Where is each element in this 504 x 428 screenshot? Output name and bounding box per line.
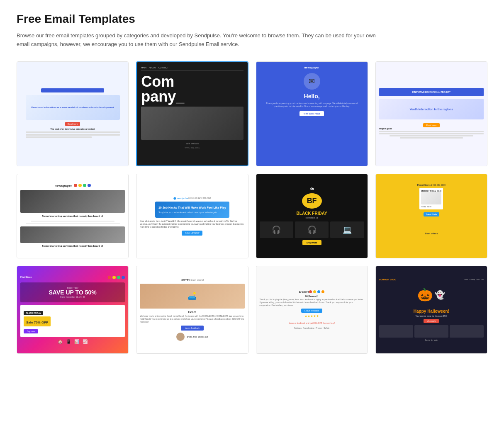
st-greeting: Hi [fname]! [305,295,318,297]
web-button: SIGN UP NOW [182,231,202,236]
sub-text: Thank you for expressing your trust in u… [261,102,363,108]
template-label-halloween: Halloween Sale [376,353,487,354]
template-label-blackpopart: Black Friday Popart Store [376,258,487,258]
mkt-subtitle: build products [186,142,199,145]
template-label-educational: Educational Project [17,166,128,166]
st-stars: ★★★★★ [304,314,319,318]
template-card-blackstore[interactable]: 🛍 BF BLACK FRIDAY November 23 🎧 🎧 💻 Shop… [256,174,368,258]
template-label-innovative: Innovative Education [376,166,487,166]
template-preview-halloween: COMPANY LOGO Home Catalog Sale Info 🎃 👻 … [376,266,487,353]
wk-headline2: 5 cool marketing services that nobody ha… [42,245,103,247]
template-preview-blackpopart: Popart Store +1 800-567-0000 Black Frida… [376,174,487,258]
bs-products: 🎧 🎧 💻 [260,221,364,238]
mkt-image [141,107,243,140]
ht-button: Leave feedback [181,326,204,331]
sub-logo: newspaper [304,66,319,69]
wk-nav: newspaper [55,184,91,187]
bs-button: Shop More [302,240,321,245]
bp-best: Best offers [425,232,438,235]
template-preview-subscription: newspaper ✉ Hello, Thank you for express… [256,62,368,166]
mkt-title: Company_ [141,74,243,104]
template-card-blackpopart[interactable]: Popart Store +1 800-567-0000 Black Frida… [375,174,487,258]
fs-main: Black Friday SAVE UP TO 50% Store Novemb… [20,282,125,302]
ht-text: We hope you're enjoying the [hotel_name]… [140,315,244,323]
template-preview-store: E·Store Hi [fname]! Thank you for buying… [256,266,368,353]
template-label-webinar: Webinar Announcement [136,258,248,258]
template-card-store[interactable]: E·Store Hi [fname]! Thank you for buying… [256,266,368,354]
template-preview-webinar: ⬤ sendpulse see us on June 5th 2018 10 J… [136,174,248,258]
sub-button: View latest news [299,111,324,116]
template-card-educational-project[interactable]: Emotional education as a new model of mo… [17,61,129,166]
bp-items [430,236,433,248]
bp-products [430,218,433,232]
hw-footer-text: Items for sale [425,339,438,341]
template-label-hotel: Hotel Feedback Request [136,353,248,354]
template-card-webinar[interactable]: ⬤ sendpulse see us on June 5th 2018 10 J… [136,174,248,258]
template-label-weekly: Weekly Digest [17,258,128,258]
ht-greeting: Hello! [188,311,196,314]
page-description: Browse our free email templates grouped … [17,32,390,49]
sub-icon: ✉ [304,73,320,90]
st-text: Thank you for buying the [item_name] ite… [260,298,364,307]
wk-image2 [20,226,125,243]
edu-button: Read more [65,122,80,126]
sub-hello: Hello, [304,93,320,100]
bp-total: Total Sale [424,212,439,216]
web-body: Your job is pretty hard, isn't it? Would… [140,220,244,229]
template-card-innovative[interactable]: INNOVATIVE EDUCATIONAL PROJECT Youth int… [375,61,487,166]
template-card-subscription[interactable]: newspaper ✉ Hello, Thank you for express… [256,61,368,166]
wk-headline: 5 cool marketing services that nobody ha… [42,215,103,217]
hw-products [379,325,484,338]
template-label-flatstore: Black Friday Flat Store [17,353,128,354]
st-button: Leave feedback [301,309,322,313]
inn-header: INNOVATIVE EDUCATIONAL PROJECT [379,88,484,96]
hw-promo: Your promo code for discount 15% [416,315,448,317]
mkt-nav: MAIN ABOUT CONTACT [141,66,243,71]
template-label-store: Store Feedback Request [256,353,368,354]
template-label-marketing: Marketing [137,165,247,166]
template-label-blackstore: Black Friday Black Store [256,258,368,258]
templates-grid: Emotional education as a new model of mo… [17,61,487,354]
bs-badge: BF [302,193,322,209]
bp-header: Popart Store +1 800-567-0000 [417,184,446,186]
hw-header: COMPANY LOGO Home Catalog Sale Info [379,278,484,281]
edu-hero-text: Emotional education as a new model of mo… [30,106,116,109]
ht-header: HOTEL [insert_phone] [181,279,204,282]
page-title: Free Email Templates [17,12,487,26]
inn-hero: Youth interaction in the regions [379,99,484,119]
inn-button: Read more [423,123,440,127]
template-preview-educational: Emotional education as a new model of mo… [17,62,128,166]
st-footer: Settings Found guide Privacy Safety [294,327,329,329]
wk-image [20,190,125,213]
template-preview-flatstore: Flat Store Black Friday SAVE UP TO 50% S… [17,266,128,353]
template-card-hotel[interactable]: HOTEL [insert_phone] 🛋️ Hello! We hope y… [136,266,248,354]
bs-title: BLACK FRIDAY [297,211,327,216]
st-header: E·Store [299,290,325,293]
edu-lines [26,131,120,139]
fs-body: BLACK FRIDAY Sale 70% OFF Buy now [20,305,125,337]
hw-hero: 🎃 👻 [379,282,484,307]
inn-section: Project goals [379,127,392,130]
template-card-marketing[interactable]: MAIN ABOUT CONTACT Company_ build produc… [136,61,248,166]
template-card-halloween[interactable]: COMPANY LOGO Home Catalog Sale Info 🎃 👻 … [375,266,487,354]
bs-date: November 23 [306,216,318,219]
template-label-subscription: Thanks for Subscription [256,166,368,166]
edu-hero: Emotional education as a new model of mo… [26,95,120,120]
template-card-flatstore[interactable]: Flat Store Black Friday SAVE UP TO 50% S… [17,266,129,354]
template-preview-hotel: HOTEL [insert_phone] 🛋️ Hello! We hope y… [136,266,248,353]
hw-title: Happy Halloween! [414,309,449,314]
hw-button: Use code [424,319,439,323]
template-preview-weekly: newspaper 5 cool marketing services that… [17,174,128,258]
fs-header: Flat Store [20,276,125,279]
template-preview-innovative: INNOVATIVE EDUCATIONAL PROJECT Youth int… [376,62,487,166]
template-card-weekly[interactable]: newspaper 5 cool marketing services that… [17,174,129,258]
template-preview-blackstore: 🛍 BF BLACK FRIDAY November 23 🎧 🎧 💻 Shop… [256,174,368,258]
ht-person: photo_first - photo_last [176,333,208,341]
mkt-footer: WHAT WE THIS [185,146,200,149]
web-header: ⬤ sendpulse see us on June 5th 2018 [173,197,211,199]
bp-hero: Black Friday sale Read more [419,188,443,209]
ht-image: 🛋️ [140,284,244,309]
template-preview-marketing: MAIN ABOUT CONTACT Company_ build produc… [137,62,247,165]
st-offer: Leave a feedback and get 20% OFF the nex… [289,322,334,324]
edu-section: The goal of an innovative educational pr… [51,128,95,130]
